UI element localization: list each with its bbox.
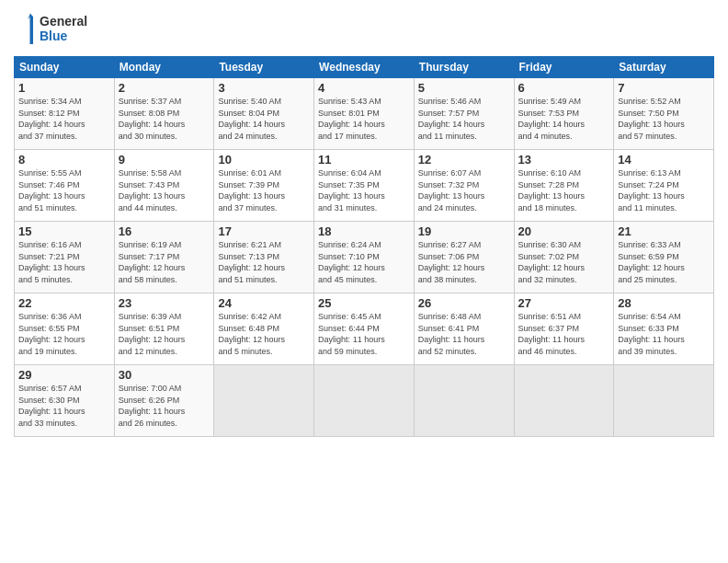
day-number: 16 <box>119 224 210 238</box>
day-cell: 15Sunrise: 6:16 AMSunset: 7:21 PMDayligh… <box>15 222 115 293</box>
day-cell: 5Sunrise: 5:46 AMSunset: 7:57 PMDaylight… <box>414 78 514 150</box>
day-cell: 14Sunrise: 6:13 AMSunset: 7:24 PMDayligh… <box>614 150 714 222</box>
header-row: SundayMondayTuesdayWednesdayThursdayFrid… <box>15 57 714 78</box>
day-cell: 28Sunrise: 6:54 AMSunset: 6:33 PMDayligh… <box>614 293 714 365</box>
day-cell: 7Sunrise: 5:52 AMSunset: 7:50 PMDaylight… <box>614 78 714 150</box>
day-number: 4 <box>318 81 410 95</box>
day-number: 24 <box>218 296 310 310</box>
day-number: 11 <box>318 153 410 167</box>
day-header-tuesday: Tuesday <box>214 57 314 78</box>
day-cell <box>414 365 514 437</box>
day-cell: 26Sunrise: 6:48 AMSunset: 6:41 PMDayligh… <box>414 293 514 365</box>
day-cell: 20Sunrise: 6:30 AMSunset: 7:02 PMDayligh… <box>514 222 614 293</box>
day-cell <box>614 365 714 437</box>
day-cell: 19Sunrise: 6:27 AMSunset: 7:06 PMDayligh… <box>414 222 514 293</box>
day-info: Sunrise: 7:00 AMSunset: 6:26 PMDaylight:… <box>119 383 210 429</box>
day-info: Sunrise: 6:45 AMSunset: 6:44 PMDaylight:… <box>318 311 410 357</box>
day-number: 25 <box>318 296 410 310</box>
day-cell <box>514 365 614 437</box>
day-info: Sunrise: 6:57 AMSunset: 6:30 PMDaylight:… <box>18 383 110 429</box>
day-info: Sunrise: 6:19 AMSunset: 7:17 PMDaylight:… <box>119 239 210 285</box>
day-cell: 2Sunrise: 5:37 AMSunset: 8:08 PMDaylight… <box>114 78 214 150</box>
day-info: Sunrise: 6:33 AMSunset: 6:59 PMDaylight:… <box>618 239 710 285</box>
day-header-thursday: Thursday <box>414 57 514 78</box>
day-info: Sunrise: 6:07 AMSunset: 7:32 PMDaylight:… <box>418 167 510 213</box>
day-number: 13 <box>518 153 610 167</box>
day-cell: 13Sunrise: 6:10 AMSunset: 7:28 PMDayligh… <box>514 150 614 222</box>
logo-svg: General Blue <box>14 9 97 51</box>
day-number: 21 <box>618 224 710 238</box>
day-info: Sunrise: 5:37 AMSunset: 8:08 PMDaylight:… <box>119 96 210 142</box>
svg-marker-2 <box>28 14 36 44</box>
week-row-5: 29Sunrise: 6:57 AMSunset: 6:30 PMDayligh… <box>15 365 714 437</box>
day-cell: 22Sunrise: 6:36 AMSunset: 6:55 PMDayligh… <box>15 293 115 365</box>
day-info: Sunrise: 5:58 AMSunset: 7:43 PMDaylight:… <box>119 167 210 213</box>
day-cell: 10Sunrise: 6:01 AMSunset: 7:39 PMDayligh… <box>214 150 314 222</box>
day-info: Sunrise: 6:51 AMSunset: 6:37 PMDaylight:… <box>518 311 610 357</box>
day-cell: 16Sunrise: 6:19 AMSunset: 7:17 PMDayligh… <box>114 222 214 293</box>
day-number: 7 <box>618 81 710 95</box>
day-info: Sunrise: 6:10 AMSunset: 7:28 PMDaylight:… <box>518 167 610 213</box>
day-cell: 12Sunrise: 6:07 AMSunset: 7:32 PMDayligh… <box>414 150 514 222</box>
day-cell: 24Sunrise: 6:42 AMSunset: 6:48 PMDayligh… <box>214 293 314 365</box>
day-cell: 27Sunrise: 6:51 AMSunset: 6:37 PMDayligh… <box>514 293 614 365</box>
day-cell: 1Sunrise: 5:34 AMSunset: 8:12 PMDaylight… <box>15 78 115 150</box>
day-info: Sunrise: 6:54 AMSunset: 6:33 PMDaylight:… <box>618 311 710 357</box>
day-info: Sunrise: 5:40 AMSunset: 8:04 PMDaylight:… <box>218 96 310 142</box>
day-info: Sunrise: 6:48 AMSunset: 6:41 PMDaylight:… <box>418 311 510 357</box>
calendar-table: SundayMondayTuesdayWednesdayThursdayFrid… <box>14 56 714 437</box>
day-number: 2 <box>119 81 210 95</box>
day-cell: 6Sunrise: 5:49 AMSunset: 7:53 PMDaylight… <box>514 78 614 150</box>
day-number: 8 <box>18 153 110 167</box>
day-header-saturday: Saturday <box>614 57 714 78</box>
day-info: Sunrise: 6:27 AMSunset: 7:06 PMDaylight:… <box>418 239 510 285</box>
day-info: Sunrise: 6:42 AMSunset: 6:48 PMDaylight:… <box>218 311 310 357</box>
day-number: 26 <box>418 296 510 310</box>
day-header-sunday: Sunday <box>15 57 115 78</box>
day-cell: 21Sunrise: 6:33 AMSunset: 6:59 PMDayligh… <box>614 222 714 293</box>
day-number: 28 <box>618 296 710 310</box>
week-row-3: 15Sunrise: 6:16 AMSunset: 7:21 PMDayligh… <box>15 222 714 293</box>
day-header-friday: Friday <box>514 57 614 78</box>
day-cell: 23Sunrise: 6:39 AMSunset: 6:51 PMDayligh… <box>114 293 214 365</box>
day-info: Sunrise: 5:43 AMSunset: 8:01 PMDaylight:… <box>318 96 410 142</box>
day-cell: 4Sunrise: 5:43 AMSunset: 8:01 PMDaylight… <box>314 78 415 150</box>
day-number: 19 <box>418 224 510 238</box>
day-info: Sunrise: 6:13 AMSunset: 7:24 PMDaylight:… <box>618 167 710 213</box>
day-info: Sunrise: 6:01 AMSunset: 7:39 PMDaylight:… <box>218 167 310 213</box>
day-cell <box>214 365 314 437</box>
day-info: Sunrise: 6:24 AMSunset: 7:10 PMDaylight:… <box>318 239 410 285</box>
day-number: 3 <box>218 81 310 95</box>
day-cell: 3Sunrise: 5:40 AMSunset: 8:04 PMDaylight… <box>214 78 314 150</box>
day-number: 30 <box>119 368 210 382</box>
day-cell: 9Sunrise: 5:58 AMSunset: 7:43 PMDaylight… <box>114 150 214 222</box>
week-row-1: 1Sunrise: 5:34 AMSunset: 8:12 PMDaylight… <box>15 78 714 150</box>
day-info: Sunrise: 5:49 AMSunset: 7:53 PMDaylight:… <box>518 96 610 142</box>
day-info: Sunrise: 5:46 AMSunset: 7:57 PMDaylight:… <box>418 96 510 142</box>
day-cell: 17Sunrise: 6:21 AMSunset: 7:13 PMDayligh… <box>214 222 314 293</box>
page-header: General Blue <box>14 9 714 51</box>
day-cell: 18Sunrise: 6:24 AMSunset: 7:10 PMDayligh… <box>314 222 415 293</box>
day-number: 6 <box>518 81 610 95</box>
day-cell: 25Sunrise: 6:45 AMSunset: 6:44 PMDayligh… <box>314 293 415 365</box>
day-info: Sunrise: 6:30 AMSunset: 7:02 PMDaylight:… <box>518 239 610 285</box>
day-info: Sunrise: 5:52 AMSunset: 7:50 PMDaylight:… <box>618 96 710 142</box>
day-number: 17 <box>218 224 310 238</box>
day-number: 27 <box>518 296 610 310</box>
day-info: Sunrise: 6:21 AMSunset: 7:13 PMDaylight:… <box>218 239 310 285</box>
week-row-2: 8Sunrise: 5:55 AMSunset: 7:46 PMDaylight… <box>15 150 714 222</box>
svg-text:General: General <box>40 14 87 29</box>
day-info: Sunrise: 6:39 AMSunset: 6:51 PMDaylight:… <box>119 311 210 357</box>
day-number: 10 <box>218 153 310 167</box>
day-cell: 8Sunrise: 5:55 AMSunset: 7:46 PMDaylight… <box>15 150 115 222</box>
day-info: Sunrise: 5:34 AMSunset: 8:12 PMDaylight:… <box>18 96 110 142</box>
svg-text:Blue: Blue <box>40 29 68 43</box>
logo: General Blue <box>14 9 97 51</box>
day-number: 20 <box>518 224 610 238</box>
day-number: 1 <box>18 81 110 95</box>
day-number: 9 <box>119 153 210 167</box>
day-info: Sunrise: 6:16 AMSunset: 7:21 PMDaylight:… <box>18 239 110 285</box>
calendar-page: General Blue SundayMondayTuesdayWednesda… <box>0 0 728 563</box>
day-number: 29 <box>18 368 110 382</box>
day-info: Sunrise: 6:04 AMSunset: 7:35 PMDaylight:… <box>318 167 410 213</box>
